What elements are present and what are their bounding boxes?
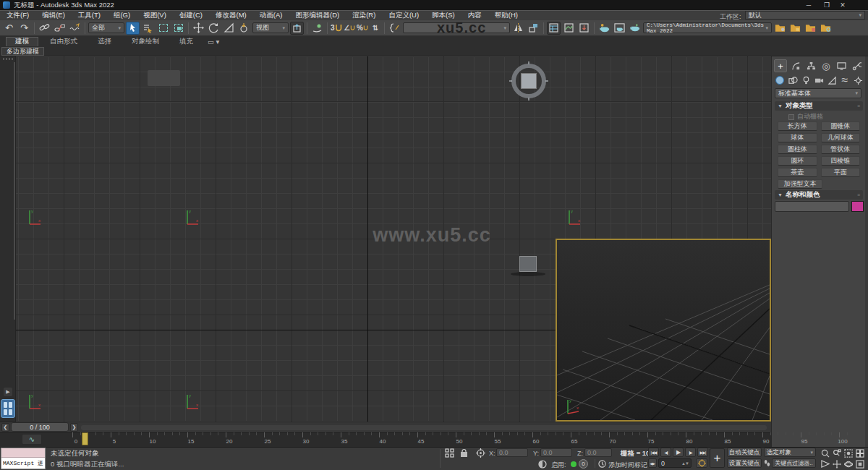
render-production-icon[interactable] [628, 22, 642, 35]
select-object-icon[interactable] [126, 22, 140, 35]
polygon-modeling-button[interactable]: 多边形建模 [1, 47, 44, 56]
key-filters-button[interactable]: 关键点过滤器.. [772, 458, 816, 468]
menu-rendering[interactable]: 渲染(R) [346, 11, 382, 20]
toggle-scene-explorer-icon[interactable] [547, 22, 561, 35]
create-tab-icon[interactable]: + [774, 59, 787, 72]
geometry-category-icon[interactable] [774, 74, 786, 86]
align-icon[interactable] [527, 22, 540, 35]
menu-help[interactable]: 帮助(H) [488, 11, 524, 20]
modify-tab-icon[interactable] [789, 59, 802, 72]
selection-filter-dropdown[interactable]: 全部 ▾ [88, 22, 124, 33]
torus-button[interactable]: 圆环 [778, 156, 817, 166]
menu-edit[interactable]: 编辑(E) [35, 11, 72, 20]
hierarchy-tab-icon[interactable] [804, 59, 817, 72]
save-folder-icon[interactable] [804, 22, 817, 35]
viewcube[interactable] [509, 61, 548, 101]
menu-graph-editors[interactable]: 图形编辑器(D) [289, 11, 346, 20]
maximize-button[interactable]: ❐ [820, 0, 834, 9]
isolate-selection-icon[interactable] [445, 448, 454, 458]
plane-button[interactable]: 平面 [821, 168, 861, 177]
y-coord-field[interactable]: 0.0 [540, 448, 572, 457]
ribbon-tab-selection[interactable]: 选择 [89, 37, 120, 46]
key-selection-set-dropdown[interactable]: 选定对象 ▾ [764, 448, 816, 457]
menu-views[interactable]: 视图(V) [137, 11, 173, 20]
lights-category-icon[interactable] [800, 74, 812, 86]
menu-group[interactable]: 组(G) [107, 11, 137, 20]
zoom-all-icon[interactable] [832, 448, 842, 458]
previous-frame-button[interactable]: ◀| [660, 448, 671, 457]
select-and-link-icon[interactable] [38, 22, 51, 35]
cone-button[interactable]: 圆锥体 [821, 121, 861, 131]
add-time-tag[interactable]: 添加时间标记 [608, 461, 647, 470]
folder-options-icon[interactable] [819, 22, 833, 35]
time-slider-trough[interactable] [81, 425, 767, 430]
spinner-icon[interactable]: ▲▼ [681, 461, 689, 466]
z-coord-field[interactable]: 0.0 [584, 448, 612, 457]
maxscript-input-field[interactable] [1, 448, 45, 458]
render-setup-icon[interactable] [597, 22, 611, 35]
play-button[interactable]: ▶ [673, 448, 684, 457]
name-color-rollout[interactable]: ▼ 名称和颜色 ≡ [775, 190, 863, 200]
geosphere-button[interactable]: 几何球体 [821, 133, 861, 142]
field-of-view-icon[interactable] [820, 459, 830, 469]
zoom-icon[interactable] [820, 448, 830, 458]
ribbon-tab-modeling[interactable]: 建模 [6, 37, 38, 46]
project-folder-icon[interactable] [773, 22, 787, 35]
motion-tab-icon[interactable]: ◎ [820, 59, 833, 72]
undo-icon[interactable]: ↶ [2, 22, 16, 35]
workspace-dropdown[interactable]: 默认 ▾ [745, 11, 865, 20]
bind-to-space-warp-icon[interactable] [68, 22, 82, 35]
track-bar-ticks[interactable] [72, 432, 848, 437]
perspective-viewport[interactable]: yx [556, 239, 771, 422]
use-pivot-point-center-icon[interactable] [290, 22, 304, 35]
ribbon-minimize-icon[interactable]: ▭ ▾ [205, 37, 222, 46]
dock-scrollbar[interactable] [14, 62, 15, 320]
select-and-rotate-icon[interactable] [207, 22, 221, 35]
reference-coordinate-dropdown[interactable]: 视图 ▾ [252, 22, 289, 33]
object-color-swatch[interactable] [851, 201, 864, 212]
material-ball-icon[interactable] [538, 460, 547, 469]
textplus-button[interactable]: 加强型文本 [778, 179, 822, 189]
ribbon-tab-freeform[interactable]: 自由形式 [41, 37, 86, 46]
viewcube-inactive[interactable] [516, 255, 540, 276]
zoom-extents-icon[interactable] [843, 448, 854, 458]
teapot-button[interactable]: 茶壶 [778, 168, 817, 177]
ribbon-tab-populate[interactable]: 填充 [171, 37, 202, 46]
display-tab-icon[interactable] [835, 59, 848, 72]
redo-icon[interactable]: ↷ [17, 22, 31, 35]
dock-handle[interactable] [3, 58, 13, 60]
cameras-category-icon[interactable] [813, 74, 825, 86]
window-crossing-icon[interactable] [171, 22, 185, 35]
percent-snap-toggle-icon[interactable]: % [357, 22, 368, 35]
mirror-icon[interactable] [511, 22, 525, 35]
time-slider-handle[interactable]: 0 / 100 [11, 422, 69, 432]
angle-snap-toggle-icon[interactable]: ∠ [344, 22, 355, 35]
menu-customize[interactable]: 自定义(U) [382, 11, 425, 20]
menu-tools[interactable]: 工具(T) [72, 11, 107, 20]
open-folder-icon[interactable] [788, 22, 802, 35]
edit-named-selection-sets-icon[interactable] [388, 22, 401, 35]
key-mode-toggle[interactable]: ◀▶ [648, 458, 657, 468]
panel-scrollbar[interactable] [865, 56, 868, 447]
select-and-place-icon[interactable] [237, 22, 251, 35]
select-by-name-icon[interactable] [141, 22, 155, 35]
rendered-frame-window-icon[interactable] [613, 22, 626, 35]
select-and-move-icon[interactable] [192, 22, 205, 35]
snaps-toggle-3d-icon[interactable]: 3 [331, 22, 342, 35]
schematic-view-icon[interactable] [577, 22, 591, 35]
space-warps-category-icon[interactable]: ≈ [839, 74, 851, 86]
menu-animation[interactable]: 动画(A) [253, 11, 289, 20]
orbit-icon[interactable] [843, 459, 854, 469]
maximize-viewport-icon[interactable] [855, 459, 865, 469]
sphere-button[interactable]: 球体 [778, 133, 817, 142]
set-keys-button[interactable]: + [710, 448, 725, 468]
object-type-rollout[interactable]: ▼ 对象类型 ≡ [775, 101, 863, 111]
box-button[interactable]: 长方体 [778, 121, 817, 131]
menu-file[interactable]: 文件(F) [0, 11, 35, 20]
object-category-dropdown[interactable]: 标准基本体 ▾ [775, 88, 861, 98]
next-frame-arrow[interactable]: ❯ [70, 423, 78, 432]
time-configuration-icon[interactable] [696, 458, 707, 468]
shapes-category-icon[interactable] [787, 74, 799, 86]
minimize-button[interactable]: ─ [801, 0, 816, 9]
object-name-field[interactable] [775, 201, 849, 212]
